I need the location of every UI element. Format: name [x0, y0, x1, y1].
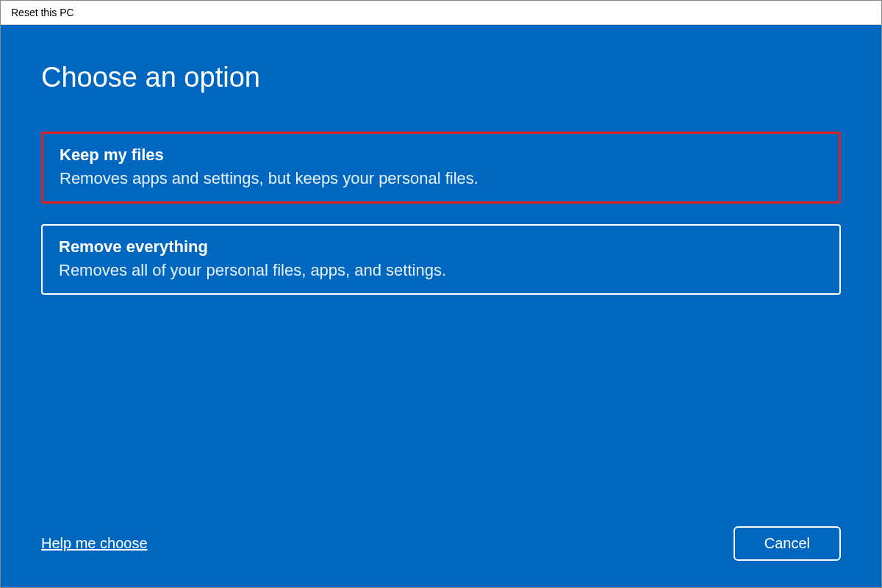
- dialog-content: Choose an option Keep my files Removes a…: [1, 25, 881, 587]
- reset-pc-dialog: Reset this PC Choose an option Keep my f…: [0, 0, 882, 588]
- option-title: Keep my files: [60, 146, 822, 165]
- help-me-choose-link[interactable]: Help me choose: [41, 535, 148, 552]
- dialog-footer: Help me choose Cancel: [41, 526, 841, 561]
- window-title: Reset this PC: [11, 7, 74, 18]
- option-title: Remove everything: [59, 237, 823, 257]
- option-keep-my-files[interactable]: Keep my files Removes apps and settings,…: [41, 132, 841, 204]
- option-description: Removes apps and settings, but keeps you…: [60, 169, 822, 188]
- option-description: Removes all of your personal files, apps…: [59, 261, 823, 280]
- option-remove-everything[interactable]: Remove everything Removes all of your pe…: [41, 224, 841, 295]
- page-heading: Choose an option: [41, 62, 841, 93]
- window-titlebar: Reset this PC: [1, 1, 881, 25]
- cancel-button[interactable]: Cancel: [734, 526, 841, 561]
